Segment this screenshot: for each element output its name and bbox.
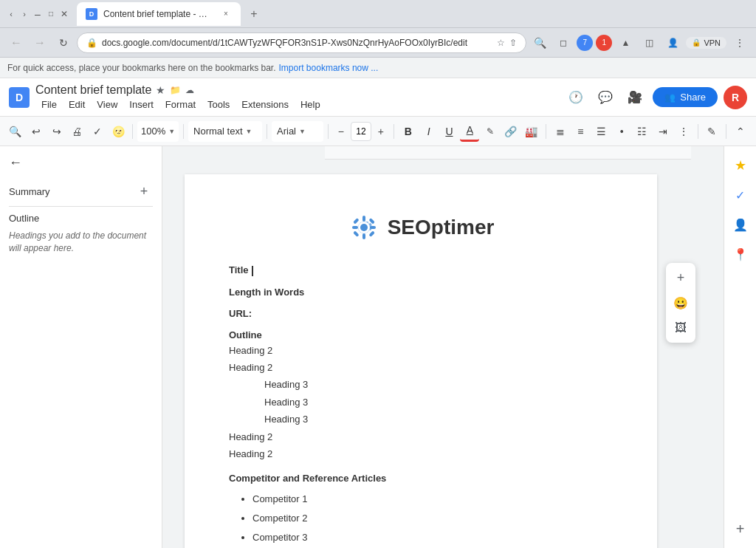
window-close[interactable]: ✕ bbox=[59, 9, 69, 19]
profile-icon-btn[interactable]: 👤 bbox=[662, 32, 683, 53]
toolbar-underline-btn[interactable]: U bbox=[440, 121, 459, 142]
docs-sidebar: ← Summary + Outline Headings you add to … bbox=[0, 146, 162, 548]
outline-item-4: Heading 3 bbox=[264, 394, 613, 411]
notification-badge-2[interactable]: 1 bbox=[596, 35, 612, 51]
title-cursor bbox=[250, 266, 254, 276]
toolbar-divider-8 bbox=[726, 124, 726, 139]
toolbar-numbered-btn[interactable]: ☷ bbox=[633, 121, 652, 142]
extensions-icon-btn[interactable]: ◻ bbox=[553, 32, 574, 53]
svg-rect-5 bbox=[353, 218, 359, 224]
share-icon[interactable]: ⇧ bbox=[509, 38, 517, 48]
vpn-label: VPN bbox=[704, 38, 721, 47]
tab-grid-btn[interactable]: ◫ bbox=[639, 32, 659, 53]
competitor-heading: Competitor and Reference Articles bbox=[229, 473, 613, 484]
toolbar-undo-btn[interactable]: ↩ bbox=[27, 121, 46, 142]
svg-rect-6 bbox=[368, 218, 374, 224]
right-panel-contacts-icon[interactable]: 👤 bbox=[727, 211, 754, 238]
cloud-icon[interactable]: ☁ bbox=[185, 85, 194, 95]
toolbar-indent-btn[interactable]: ⇥ bbox=[653, 121, 673, 142]
docs-title[interactable]: Content brief template bbox=[35, 83, 151, 97]
toolbar-spellcheck-btn[interactable]: ✓ bbox=[88, 121, 107, 142]
outline-item-5: Heading 3 bbox=[264, 411, 613, 428]
float-image-btn[interactable]: 🖼 bbox=[669, 316, 693, 340]
menu-tools[interactable]: Tools bbox=[202, 97, 236, 112]
sidebar-back-btn[interactable]: ← bbox=[9, 155, 153, 171]
move-icon[interactable]: 📁 bbox=[170, 85, 181, 95]
summary-add-btn[interactable]: + bbox=[135, 182, 153, 200]
toolbar-highlight-btn[interactable]: ✎ bbox=[481, 121, 500, 142]
history-icon-btn[interactable]: 🕐 bbox=[564, 86, 588, 109]
cast-icon-btn[interactable]: ▲ bbox=[615, 32, 636, 53]
toolbar-redo-btn[interactable]: ↪ bbox=[47, 121, 66, 142]
right-panel-maps-icon[interactable]: 📍 bbox=[727, 241, 754, 267]
search-icon-btn[interactable]: 🔍 bbox=[529, 32, 550, 53]
outline-label: Outline bbox=[9, 213, 153, 224]
right-panel-add-btn[interactable]: + bbox=[727, 516, 754, 542]
bookmarks-link[interactable]: Import bookmarks now ... bbox=[279, 63, 379, 73]
menu-extensions[interactable]: Extensions bbox=[236, 97, 295, 112]
vpn-badge[interactable]: 🔒 VPN bbox=[686, 37, 726, 49]
toolbar-link-btn[interactable]: 🔗 bbox=[501, 121, 520, 142]
star-icon[interactable]: ★ bbox=[156, 84, 165, 96]
toolbar-more-btn[interactable]: ⋮ bbox=[674, 121, 693, 142]
chrome-menu-btn[interactable]: ⋮ bbox=[729, 32, 750, 53]
toolbar-image-btn[interactable]: 🏭 bbox=[522, 121, 541, 142]
bookmark-icon[interactable]: ☆ bbox=[497, 38, 505, 48]
video-icon-btn[interactable]: 🎥 bbox=[623, 86, 647, 109]
menu-help[interactable]: Help bbox=[295, 97, 326, 112]
toolbar-divider-6 bbox=[546, 124, 546, 139]
toolbar-line-spacing-btn[interactable]: ≡ bbox=[571, 121, 591, 142]
doc-page[interactable]: + 😀 🖼 bbox=[185, 174, 657, 548]
window-minimize[interactable]: – bbox=[32, 9, 43, 19]
toolbar-italic-btn[interactable]: I bbox=[419, 121, 439, 142]
toolbar-font-select[interactable]: Arial ▼ bbox=[272, 121, 323, 142]
toolbar-pen-btn[interactable]: ✎ bbox=[703, 121, 722, 142]
font-size-input[interactable] bbox=[351, 122, 371, 141]
nav-forward-btn[interactable]: → bbox=[30, 32, 50, 53]
toolbar-print-btn[interactable]: 🖨 bbox=[68, 121, 87, 142]
nav-icons: 🔍 ◻ 7 1 ▲ ◫ 👤 🔒 VPN ⋮ bbox=[529, 32, 750, 53]
right-panel-tasks-icon[interactable]: ✓ bbox=[727, 182, 754, 208]
font-size-decrease-btn[interactable]: − bbox=[333, 123, 349, 140]
toolbar-bold-btn[interactable]: B bbox=[399, 121, 418, 142]
float-add-btn[interactable]: + bbox=[669, 266, 693, 290]
nav-refresh-btn[interactable]: ↻ bbox=[53, 32, 74, 53]
toolbar-bullet-btn[interactable]: • bbox=[612, 121, 631, 142]
user-avatar[interactable]: R bbox=[724, 86, 747, 109]
window-maximize[interactable]: □ bbox=[46, 9, 56, 19]
window-back[interactable]: ‹ bbox=[6, 9, 16, 19]
browser-chrome: ‹ › – □ ✕ D Content brief template - Goo… bbox=[0, 0, 756, 28]
notification-badge-1[interactable]: 7 bbox=[577, 35, 593, 51]
svg-point-10 bbox=[360, 224, 368, 231]
toolbar-style-select[interactable]: Normal text ▼ bbox=[188, 121, 262, 142]
address-text: docs.google.com/document/d/1tCAWTyzWFQFO… bbox=[102, 38, 492, 48]
docs-title-row: Content brief template ★ 📁 ☁ bbox=[35, 83, 326, 97]
font-size-increase-btn[interactable]: + bbox=[373, 123, 389, 140]
menu-edit[interactable]: Edit bbox=[63, 97, 91, 112]
toolbar-zoom-select[interactable]: 100% ▼ bbox=[137, 121, 179, 142]
toolbar-collapse-btn[interactable]: ⌃ bbox=[731, 121, 750, 142]
toolbar-color-btn[interactable]: A bbox=[460, 121, 479, 142]
nav-back-btn[interactable]: ← bbox=[6, 32, 27, 53]
toolbar-style-value: Normal text bbox=[193, 126, 242, 137]
title-field: Title bbox=[229, 264, 613, 276]
menu-format[interactable]: Format bbox=[159, 97, 202, 112]
menu-view[interactable]: View bbox=[91, 97, 123, 112]
menu-file[interactable]: File bbox=[35, 97, 63, 112]
docs-logo: D bbox=[9, 87, 30, 108]
toolbar-checklist-btn[interactable]: ☰ bbox=[591, 121, 611, 142]
window-forward[interactable]: › bbox=[19, 9, 30, 19]
comments-icon-btn[interactable]: 💬 bbox=[594, 86, 617, 109]
toolbar-align-btn[interactable]: ≣ bbox=[551, 121, 570, 142]
svg-rect-7 bbox=[353, 230, 359, 236]
address-bar[interactable]: 🔒 docs.google.com/document/d/1tCAWTyzWFQ… bbox=[77, 32, 526, 53]
tab-close-btn[interactable]: × bbox=[220, 8, 232, 20]
toolbar-paint-btn[interactable]: 🌝 bbox=[109, 121, 128, 142]
right-panel-notes-icon[interactable]: ★ bbox=[727, 152, 754, 179]
float-emoji-btn[interactable]: 😀 bbox=[669, 291, 693, 315]
share-button[interactable]: 👥 Share bbox=[653, 87, 718, 107]
toolbar-search-btn[interactable]: 🔍 bbox=[6, 121, 25, 142]
browser-tab[interactable]: D Content brief template - Google ... × bbox=[77, 2, 241, 26]
new-tab-btn[interactable]: + bbox=[245, 5, 263, 23]
menu-insert[interactable]: Insert bbox=[123, 97, 159, 112]
